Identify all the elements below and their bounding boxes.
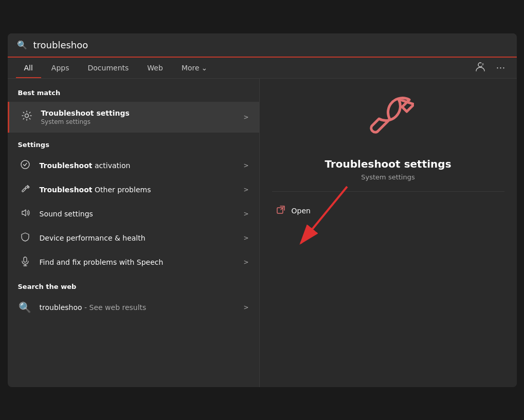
chevron-right-icon: > [243, 186, 248, 193]
item-sound-title: Sound settings [40, 210, 93, 218]
action-row: Open [272, 200, 504, 222]
divider [272, 191, 504, 192]
settings-item-other[interactable]: Troubleshoot Other problems > [8, 178, 259, 202]
settings-item-device[interactable]: Device performance & health > [8, 226, 259, 250]
tab-documents[interactable]: Documents [80, 58, 137, 78]
search-input[interactable] [33, 40, 508, 50]
item-other-title: Troubleshoot Other problems [40, 186, 151, 194]
svg-point-2 [25, 114, 28, 118]
tab-apps[interactable]: Apps [43, 58, 78, 78]
settings-label: Settings [8, 141, 259, 154]
chevron-right-icon: > [243, 234, 248, 242]
web-section: Search the web 🔍 troubleshoo - See web r… [8, 283, 259, 319]
item-speech-title: Find and fix problems with Speech [40, 258, 164, 266]
svg-rect-4 [24, 257, 27, 262]
best-match-title: Troubleshoot settings [41, 109, 130, 117]
web-search-item[interactable]: 🔍 troubleshoo - See web results > [8, 296, 259, 319]
circle-check-icon [18, 159, 32, 172]
tab-more[interactable]: More ⌄ [173, 58, 215, 78]
left-panel: Best match Troubleshoot settings System … [8, 79, 260, 387]
web-item-title: troubleshoo - See web results [40, 303, 147, 312]
item-device-title: Device performance & health [40, 234, 146, 242]
settings-item-activation[interactable]: Troubleshoot activation > [8, 154, 259, 178]
shield-icon [18, 232, 32, 245]
user-icon[interactable] [472, 58, 489, 78]
chevron-right-icon: > [243, 162, 248, 169]
chevron-down-icon: ⌄ [202, 64, 208, 72]
settings-item-speech[interactable]: Find and fix problems with Speech > [8, 250, 259, 275]
search-icon: 🔍 [17, 40, 27, 50]
more-options-icon[interactable]: ⋯ [493, 59, 509, 76]
content-area: Best match Troubleshoot settings System … [8, 79, 517, 387]
tabs-actions: ⋯ [472, 58, 509, 78]
search-web-icon: 🔍 [18, 301, 32, 314]
wrench-icon [18, 184, 32, 196]
open-icon [276, 205, 285, 216]
chevron-right-icon: > [243, 114, 248, 121]
right-panel: Troubleshoot settings System settings Op… [260, 79, 517, 387]
search-bar: 🔍 [8, 33, 517, 58]
tab-web[interactable]: Web [139, 58, 171, 78]
chevron-right-icon: > [243, 210, 248, 217]
red-arrow-annotation [270, 181, 373, 264]
open-label: Open [292, 207, 311, 215]
settings-icon [20, 110, 34, 124]
item-activation-title: Troubleshoot activation [40, 161, 131, 170]
web-label: Search the web [8, 283, 259, 296]
chevron-right-icon: > [243, 304, 248, 311]
tab-all[interactable]: All [16, 58, 41, 78]
chevron-right-icon: > [243, 259, 248, 266]
mic-icon [18, 256, 32, 269]
best-match-label: Best match [8, 89, 259, 102]
speaker-icon [18, 208, 32, 221]
svg-point-3 [21, 160, 29, 169]
app-type-large: System settings [361, 173, 414, 181]
best-match-item[interactable]: Troubleshoot settings System settings > [8, 102, 259, 133]
app-icon-large [363, 94, 414, 148]
tabs-row: All Apps Documents Web More ⌄ ⋯ [8, 58, 517, 79]
open-action[interactable]: Open [272, 200, 504, 222]
search-panel: 🔍 All Apps Documents Web More ⌄ ⋯ [8, 33, 517, 387]
settings-section: Settings Troubleshoot activation > [8, 141, 259, 275]
svg-rect-1 [481, 63, 484, 66]
best-match-subtitle: System settings [41, 118, 130, 125]
settings-item-sound[interactable]: Sound settings > [8, 202, 259, 226]
app-name-large: Troubleshoot settings [324, 158, 451, 170]
